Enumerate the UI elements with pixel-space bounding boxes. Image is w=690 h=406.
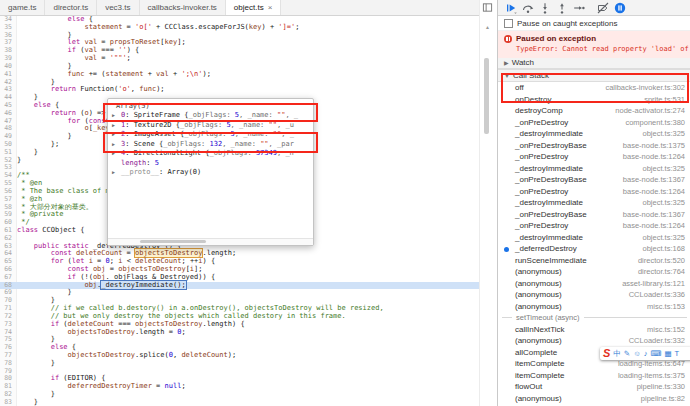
expand-arrow-icon[interactable]: ▶ bbox=[112, 130, 115, 140]
tab-callbacks-invoker-ts[interactable]: callbacks-invoker.ts bbox=[140, 0, 226, 15]
popup-array-item[interactable]: ▶4: DirectionalLight {_objFlags: 57349, … bbox=[108, 149, 313, 159]
popup-array-item[interactable]: ▶0: SpriteFrame {_objFlags: 5, _name: ""… bbox=[108, 111, 313, 121]
callstack-frame[interactable]: _destroyImmediateobject.ts:325 bbox=[498, 232, 690, 244]
callstack-frame[interactable]: (anonymous)director.ts:764 bbox=[498, 266, 690, 278]
line-number[interactable]: 83 bbox=[0, 399, 17, 406]
code-line: 81 deferredDestroyTimer = null; bbox=[0, 383, 479, 391]
popup-array-item[interactable]: ▶1: Texture2D {_objFlags: 5, _name: "", … bbox=[108, 121, 313, 131]
callstack-frame[interactable]: flowOutpipeline.ts:330 bbox=[498, 381, 690, 393]
code-line: 41 func += (statement + val + ';\n'); bbox=[0, 71, 479, 79]
callstack-frame[interactable]: _onPreDestroyBasebase-node.ts:1367 bbox=[498, 209, 690, 221]
frame-function-name: _onPreDestroy bbox=[515, 187, 615, 196]
expand-arrow-icon[interactable]: ▶ bbox=[112, 121, 115, 131]
toolbox-icon[interactable]: T bbox=[674, 348, 679, 359]
tab-label: object.ts bbox=[234, 3, 264, 12]
callstack-section-header[interactable]: ▼Call Stack bbox=[498, 69, 690, 82]
callstack-frame[interactable]: _onPreDestroyBasebase-node.ts:1367 bbox=[498, 174, 690, 186]
frame-function-name: (anonymous) bbox=[515, 394, 633, 403]
code-line: 78 } bbox=[0, 360, 479, 368]
expand-arrow-icon[interactable]: ▶ bbox=[112, 149, 115, 159]
callstack-collapse-icon[interactable]: ▼ bbox=[504, 73, 510, 79]
resume-icon[interactable] bbox=[505, 2, 517, 14]
step-into-icon[interactable] bbox=[539, 2, 551, 14]
code-line: 74 objectsToDestroy.length = 0; bbox=[0, 329, 479, 337]
callstack-frame[interactable]: runSceneImmediatedirector.ts:520 bbox=[498, 255, 690, 267]
pause-caught-exceptions-checkbox[interactable] bbox=[504, 19, 513, 28]
frame-location: sprite.ts:531 bbox=[644, 95, 685, 104]
pen-icon[interactable]: ✎ bbox=[624, 348, 630, 359]
callstack-frame[interactable]: (anonymous)misc.ts:153 bbox=[498, 301, 690, 313]
callstack-frame[interactable]: _destroyImmediateobject.ts:325 bbox=[498, 197, 690, 209]
frame-function-name: _onPreDestroyBase bbox=[515, 141, 615, 150]
expand-arrow-icon[interactable]: ▶ bbox=[112, 140, 115, 150]
callstack-frame[interactable]: (anonymous)CCLoader.ts:332 bbox=[498, 335, 690, 347]
deactivate-breakpoints-icon[interactable] bbox=[597, 2, 609, 14]
tab-label: director.ts bbox=[53, 3, 88, 12]
scroll-up-arrow-icon[interactable]: ▲ bbox=[485, 24, 490, 30]
tab-vec3-ts[interactable]: vec3.ts bbox=[97, 0, 139, 15]
popup-scrollbar-thumb[interactable] bbox=[140, 240, 206, 243]
tab-object-ts[interactable]: object.ts× bbox=[226, 0, 281, 15]
callstack-frame[interactable]: onDestroysprite.ts:531 bbox=[498, 94, 690, 106]
frame-location: node-activator.ts:274 bbox=[615, 106, 685, 115]
debugger-toolbar bbox=[498, 0, 690, 16]
frame-location: asset-library.ts:121 bbox=[622, 279, 685, 288]
frame-location: base-node.ts:1367 bbox=[623, 210, 685, 219]
step-out-icon[interactable] bbox=[556, 2, 568, 14]
callstack-frame[interactable]: _onPreDestroybase-node.ts:1264 bbox=[498, 220, 690, 232]
popup-array-item[interactable]: length: 5 bbox=[108, 159, 313, 169]
skin-icon[interactable]: ▦ bbox=[664, 348, 671, 359]
frame-function-name: runSceneImmediate bbox=[515, 256, 630, 265]
frame-location: CCLoader.ts:332 bbox=[629, 336, 685, 345]
tab-close-icon[interactable]: × bbox=[268, 3, 273, 12]
code-line: 43 return Function('o', func); bbox=[0, 86, 479, 94]
callstack-frame[interactable]: _onPreDestroyBasebase-node.ts:1375 bbox=[498, 140, 690, 152]
callstack-frame[interactable]: _onPreDestroybase-node.ts:1264 bbox=[498, 151, 690, 163]
callstack-frame[interactable]: (anonymous)CCLoader.ts:336 bbox=[498, 289, 690, 301]
editor-scrollbar-thumb[interactable] bbox=[484, 58, 489, 134]
tab-label: vec3.ts bbox=[105, 3, 130, 12]
emoji-icon[interactable]: ☺ bbox=[633, 348, 641, 359]
frame-location: base-node.ts:1264 bbox=[623, 221, 685, 230]
watch-section-header[interactable]: ▶Watch bbox=[498, 58, 690, 69]
callstack-frame[interactable]: _deferredDestroyobject.ts:168 bbox=[498, 243, 690, 255]
keyboard-icon[interactable]: ⌨ bbox=[651, 348, 662, 359]
mic-icon[interactable]: ♪ bbox=[644, 348, 648, 359]
tab-director-ts[interactable]: director.ts bbox=[45, 0, 97, 15]
toggle-navigator-icon[interactable] bbox=[482, 2, 493, 13]
callstack-frame[interactable]: destroyCompnode-activator.ts:274 bbox=[498, 105, 690, 117]
frame-function-name: _destroyImmediate bbox=[515, 233, 634, 242]
expand-arrow-icon[interactable]: ▶ bbox=[112, 168, 115, 178]
tab-bar: game.tsdirector.tsvec3.tscallbacks-invok… bbox=[0, 0, 479, 16]
sogou-logo-icon[interactable]: S bbox=[603, 348, 610, 359]
callstack-frame[interactable]: _onPreDestroycomponent.ts:380 bbox=[498, 117, 690, 129]
tab-game-ts[interactable]: game.ts bbox=[0, 0, 45, 15]
popup-array-item[interactable]: ▶2: ImageAsset {_objFlags: 5, _name: "",… bbox=[108, 130, 313, 140]
expand-arrow-icon[interactable]: ▶ bbox=[112, 111, 115, 121]
popup-horizontal-scrollbar[interactable] bbox=[108, 238, 313, 245]
callstack-frame[interactable]: (anonymous)pipeline.ts:82 bbox=[498, 393, 690, 405]
callstack-frame[interactable]: offcallbacks-invoker.ts:302 bbox=[498, 82, 690, 94]
frame-function-name: destroyComp bbox=[515, 106, 607, 115]
callstack-frame[interactable]: itemCompleteloading-items.ts:375 bbox=[498, 370, 690, 382]
frame-location: loading-items.ts:375 bbox=[618, 371, 685, 380]
callstack-frame[interactable]: (anonymous)asset-library.ts:121 bbox=[498, 278, 690, 290]
code-line: 35 statement = 'o[' + CCClass.escapeForJ… bbox=[0, 24, 479, 32]
callstack-frame[interactable]: callInNextTickmisc.ts:152 bbox=[498, 324, 690, 336]
popup-array-item[interactable]: ▶3: Scene {_objFlags: 132, _name: "", _p… bbox=[108, 140, 313, 150]
watch-collapse-icon[interactable]: ▶ bbox=[504, 60, 509, 66]
code-area: 34 else {35 statement = 'o[' + CCClass.e… bbox=[0, 16, 479, 406]
callstack-frame[interactable]: _onPreDestroybase-node.ts:1264 bbox=[498, 186, 690, 198]
frame-location: misc.ts:152 bbox=[647, 325, 685, 334]
chinese-mode-icon[interactable]: 中 bbox=[613, 348, 621, 359]
pause-on-exceptions-icon[interactable] bbox=[614, 2, 626, 14]
callstack-frame[interactable]: _destroyImmediateobject.ts:325 bbox=[498, 128, 690, 140]
frame-location: callbacks-invoker.ts:302 bbox=[605, 83, 685, 92]
frame-location: misc.ts:153 bbox=[647, 302, 685, 311]
popup-array-item[interactable]: ▶__proto__: Array(0) bbox=[108, 168, 313, 178]
step-over-icon[interactable] bbox=[522, 2, 534, 14]
step-icon[interactable] bbox=[573, 2, 585, 14]
frame-location: base-node.ts:1367 bbox=[623, 175, 685, 184]
callstack-frame[interactable]: _destroyImmediateobject.ts:325 bbox=[498, 163, 690, 175]
pause-caught-exceptions-row[interactable]: Pause on caught exceptions bbox=[498, 16, 690, 31]
